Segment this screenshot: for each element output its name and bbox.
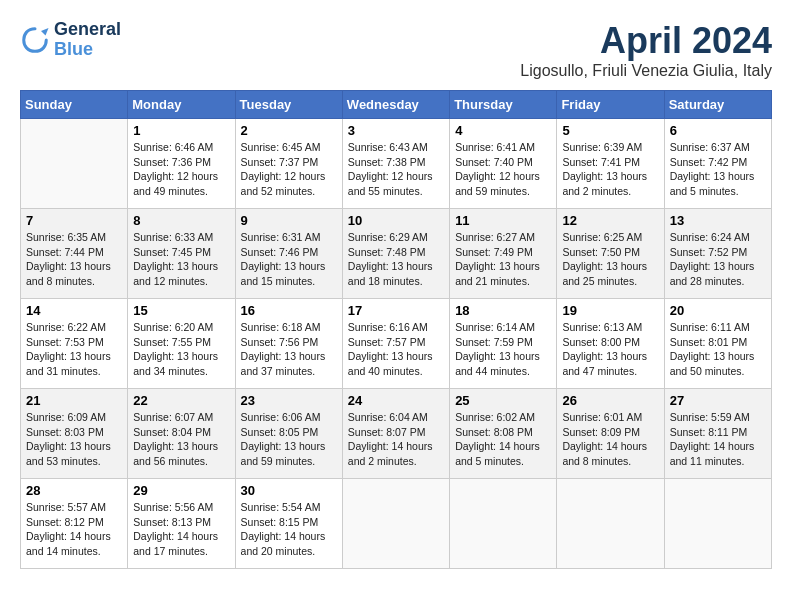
day-number: 26	[562, 393, 658, 408]
day-number: 9	[241, 213, 337, 228]
logo-text: GeneralBlue	[54, 20, 121, 60]
day-info: Sunrise: 6:31 AMSunset: 7:46 PMDaylight:…	[241, 230, 337, 289]
day-number: 17	[348, 303, 444, 318]
day-number: 29	[133, 483, 229, 498]
day-info: Sunrise: 6:39 AMSunset: 7:41 PMDaylight:…	[562, 140, 658, 199]
weekday-header-thursday: Thursday	[450, 91, 557, 119]
day-info: Sunrise: 6:06 AMSunset: 8:05 PMDaylight:…	[241, 410, 337, 469]
day-cell: 5 Sunrise: 6:39 AMSunset: 7:41 PMDayligh…	[557, 119, 664, 209]
day-cell	[450, 479, 557, 569]
weekday-header-monday: Monday	[128, 91, 235, 119]
day-info: Sunrise: 6:27 AMSunset: 7:49 PMDaylight:…	[455, 230, 551, 289]
day-cell: 22 Sunrise: 6:07 AMSunset: 8:04 PMDaylig…	[128, 389, 235, 479]
day-number: 24	[348, 393, 444, 408]
day-cell: 4 Sunrise: 6:41 AMSunset: 7:40 PMDayligh…	[450, 119, 557, 209]
day-info: Sunrise: 6:24 AMSunset: 7:52 PMDaylight:…	[670, 230, 766, 289]
day-cell: 3 Sunrise: 6:43 AMSunset: 7:38 PMDayligh…	[342, 119, 449, 209]
day-info: Sunrise: 6:43 AMSunset: 7:38 PMDaylight:…	[348, 140, 444, 199]
logo: GeneralBlue	[20, 20, 121, 60]
day-cell: 12 Sunrise: 6:25 AMSunset: 7:50 PMDaylig…	[557, 209, 664, 299]
day-number: 21	[26, 393, 122, 408]
day-cell: 10 Sunrise: 6:29 AMSunset: 7:48 PMDaylig…	[342, 209, 449, 299]
day-cell: 24 Sunrise: 6:04 AMSunset: 8:07 PMDaylig…	[342, 389, 449, 479]
day-cell: 25 Sunrise: 6:02 AMSunset: 8:08 PMDaylig…	[450, 389, 557, 479]
day-info: Sunrise: 6:11 AMSunset: 8:01 PMDaylight:…	[670, 320, 766, 379]
day-number: 7	[26, 213, 122, 228]
day-info: Sunrise: 6:16 AMSunset: 7:57 PMDaylight:…	[348, 320, 444, 379]
day-info: Sunrise: 6:25 AMSunset: 7:50 PMDaylight:…	[562, 230, 658, 289]
day-info: Sunrise: 6:45 AMSunset: 7:37 PMDaylight:…	[241, 140, 337, 199]
day-number: 1	[133, 123, 229, 138]
weekday-header-friday: Friday	[557, 91, 664, 119]
day-cell: 18 Sunrise: 6:14 AMSunset: 7:59 PMDaylig…	[450, 299, 557, 389]
day-number: 28	[26, 483, 122, 498]
weekday-header-wednesday: Wednesday	[342, 91, 449, 119]
weekday-header-saturday: Saturday	[664, 91, 771, 119]
day-info: Sunrise: 6:33 AMSunset: 7:45 PMDaylight:…	[133, 230, 229, 289]
day-cell: 26 Sunrise: 6:01 AMSunset: 8:09 PMDaylig…	[557, 389, 664, 479]
day-number: 20	[670, 303, 766, 318]
day-info: Sunrise: 6:20 AMSunset: 7:55 PMDaylight:…	[133, 320, 229, 379]
day-cell: 29 Sunrise: 5:56 AMSunset: 8:13 PMDaylig…	[128, 479, 235, 569]
day-cell: 16 Sunrise: 6:18 AMSunset: 7:56 PMDaylig…	[235, 299, 342, 389]
day-cell	[664, 479, 771, 569]
day-cell: 20 Sunrise: 6:11 AMSunset: 8:01 PMDaylig…	[664, 299, 771, 389]
day-info: Sunrise: 6:09 AMSunset: 8:03 PMDaylight:…	[26, 410, 122, 469]
day-cell	[21, 119, 128, 209]
day-info: Sunrise: 6:41 AMSunset: 7:40 PMDaylight:…	[455, 140, 551, 199]
day-number: 18	[455, 303, 551, 318]
day-cell: 30 Sunrise: 5:54 AMSunset: 8:15 PMDaylig…	[235, 479, 342, 569]
day-cell: 14 Sunrise: 6:22 AMSunset: 7:53 PMDaylig…	[21, 299, 128, 389]
day-info: Sunrise: 5:57 AMSunset: 8:12 PMDaylight:…	[26, 500, 122, 559]
day-cell: 7 Sunrise: 6:35 AMSunset: 7:44 PMDayligh…	[21, 209, 128, 299]
day-info: Sunrise: 6:18 AMSunset: 7:56 PMDaylight:…	[241, 320, 337, 379]
day-number: 11	[455, 213, 551, 228]
day-info: Sunrise: 6:04 AMSunset: 8:07 PMDaylight:…	[348, 410, 444, 469]
day-number: 30	[241, 483, 337, 498]
day-info: Sunrise: 6:29 AMSunset: 7:48 PMDaylight:…	[348, 230, 444, 289]
week-row-0: 1 Sunrise: 6:46 AMSunset: 7:36 PMDayligh…	[21, 119, 772, 209]
day-info: Sunrise: 5:54 AMSunset: 8:15 PMDaylight:…	[241, 500, 337, 559]
day-cell: 11 Sunrise: 6:27 AMSunset: 7:49 PMDaylig…	[450, 209, 557, 299]
day-number: 27	[670, 393, 766, 408]
day-info: Sunrise: 6:37 AMSunset: 7:42 PMDaylight:…	[670, 140, 766, 199]
day-number: 22	[133, 393, 229, 408]
day-cell: 2 Sunrise: 6:45 AMSunset: 7:37 PMDayligh…	[235, 119, 342, 209]
day-cell: 23 Sunrise: 6:06 AMSunset: 8:05 PMDaylig…	[235, 389, 342, 479]
day-info: Sunrise: 6:35 AMSunset: 7:44 PMDaylight:…	[26, 230, 122, 289]
day-number: 4	[455, 123, 551, 138]
day-cell: 9 Sunrise: 6:31 AMSunset: 7:46 PMDayligh…	[235, 209, 342, 299]
day-number: 2	[241, 123, 337, 138]
day-number: 19	[562, 303, 658, 318]
week-row-3: 21 Sunrise: 6:09 AMSunset: 8:03 PMDaylig…	[21, 389, 772, 479]
day-info: Sunrise: 6:07 AMSunset: 8:04 PMDaylight:…	[133, 410, 229, 469]
day-number: 8	[133, 213, 229, 228]
weekday-header-row: SundayMondayTuesdayWednesdayThursdayFrid…	[21, 91, 772, 119]
day-cell: 13 Sunrise: 6:24 AMSunset: 7:52 PMDaylig…	[664, 209, 771, 299]
title-block: April 2024 Ligosullo, Friuli Venezia Giu…	[520, 20, 772, 80]
logo-icon	[20, 25, 50, 55]
day-number: 5	[562, 123, 658, 138]
day-info: Sunrise: 6:46 AMSunset: 7:36 PMDaylight:…	[133, 140, 229, 199]
day-number: 6	[670, 123, 766, 138]
day-cell: 15 Sunrise: 6:20 AMSunset: 7:55 PMDaylig…	[128, 299, 235, 389]
day-cell: 27 Sunrise: 5:59 AMSunset: 8:11 PMDaylig…	[664, 389, 771, 479]
day-number: 25	[455, 393, 551, 408]
day-number: 16	[241, 303, 337, 318]
weekday-header-tuesday: Tuesday	[235, 91, 342, 119]
week-row-1: 7 Sunrise: 6:35 AMSunset: 7:44 PMDayligh…	[21, 209, 772, 299]
day-info: Sunrise: 5:56 AMSunset: 8:13 PMDaylight:…	[133, 500, 229, 559]
day-number: 23	[241, 393, 337, 408]
day-info: Sunrise: 6:22 AMSunset: 7:53 PMDaylight:…	[26, 320, 122, 379]
day-number: 15	[133, 303, 229, 318]
page-header: GeneralBlue April 2024 Ligosullo, Friuli…	[20, 20, 772, 80]
calendar-table: SundayMondayTuesdayWednesdayThursdayFrid…	[20, 90, 772, 569]
day-cell: 1 Sunrise: 6:46 AMSunset: 7:36 PMDayligh…	[128, 119, 235, 209]
day-info: Sunrise: 6:01 AMSunset: 8:09 PMDaylight:…	[562, 410, 658, 469]
day-cell	[557, 479, 664, 569]
day-number: 3	[348, 123, 444, 138]
day-number: 10	[348, 213, 444, 228]
day-info: Sunrise: 6:02 AMSunset: 8:08 PMDaylight:…	[455, 410, 551, 469]
week-row-2: 14 Sunrise: 6:22 AMSunset: 7:53 PMDaylig…	[21, 299, 772, 389]
day-info: Sunrise: 5:59 AMSunset: 8:11 PMDaylight:…	[670, 410, 766, 469]
